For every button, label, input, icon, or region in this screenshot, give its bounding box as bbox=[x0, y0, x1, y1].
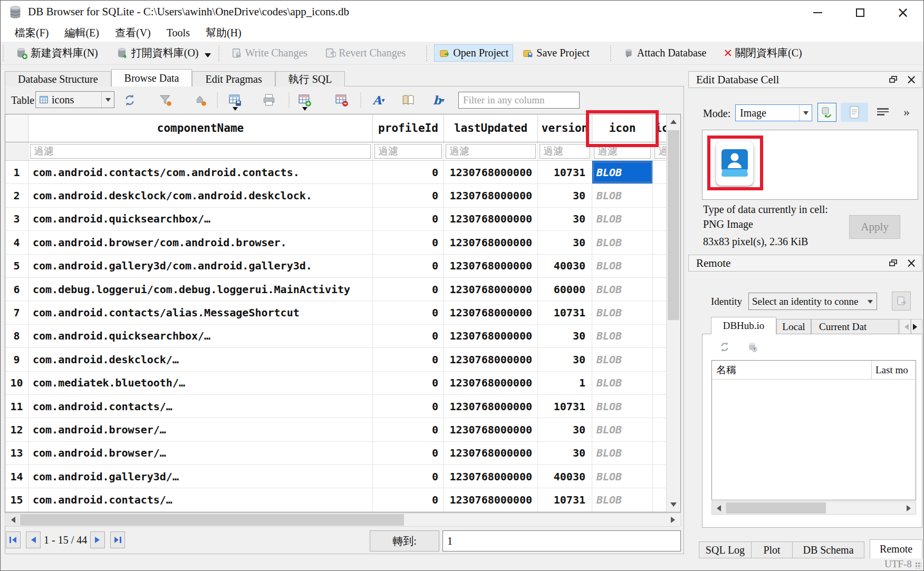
icon-blob-cell[interactable]: BLOB bbox=[592, 465, 653, 488]
profileId-cell[interactable]: 0 bbox=[373, 161, 444, 183]
row-number-cell[interactable]: 2 bbox=[5, 184, 28, 207]
table-row[interactable]: 4com.android.browser/com.android.browser… bbox=[5, 231, 680, 254]
componentName-cell[interactable]: com.android.contacts/com.android.contact… bbox=[28, 161, 373, 183]
icon-blob-cell[interactable]: BLOB bbox=[592, 231, 653, 254]
row-number-cell[interactable]: 5 bbox=[5, 255, 28, 277]
version-cell[interactable]: 1 bbox=[538, 372, 592, 394]
open-project-button[interactable]: Open Project bbox=[434, 44, 513, 62]
identity-settings-button[interactable] bbox=[892, 292, 911, 311]
dock-tab-db-schema[interactable]: DB Schema bbox=[792, 541, 864, 558]
dock-tab-remote[interactable]: Remote bbox=[870, 539, 922, 558]
column-filter-input[interactable]: 過濾 bbox=[446, 144, 536, 159]
componentName-cell[interactable]: com.android.gallery3d/… bbox=[28, 465, 373, 488]
profileId-cell[interactable]: 0 bbox=[373, 372, 444, 394]
remote-tab-current-database[interactable]: Current Dat bbox=[811, 319, 899, 334]
lastUpdated-cell[interactable]: 1230768000000 bbox=[444, 395, 538, 418]
profileId-cell[interactable]: 0 bbox=[373, 325, 444, 347]
mode-select[interactable]: Image bbox=[735, 104, 812, 121]
identity-select[interactable]: Select an identity to conne bbox=[748, 293, 877, 310]
row-number-cell[interactable]: 9 bbox=[5, 348, 28, 371]
version-cell[interactable]: 30 bbox=[538, 325, 592, 347]
float-panel-icon[interactable] bbox=[889, 76, 898, 83]
version-cell[interactable]: 30 bbox=[538, 184, 592, 207]
icon-blob-cell[interactable]: BLOB bbox=[592, 255, 653, 277]
last-record-button[interactable] bbox=[110, 531, 125, 548]
font-style-b-button[interactable]: b▾ bbox=[430, 91, 448, 109]
row-number-cell[interactable]: 11 bbox=[5, 395, 28, 418]
menu-item-file[interactable]: 檔案(F) bbox=[7, 24, 56, 42]
menu-item-tools[interactable]: Tools bbox=[159, 24, 198, 42]
table-row[interactable]: 14com.android.gallery3d/…012307680000004… bbox=[5, 465, 680, 488]
version-cell[interactable]: 10731 bbox=[538, 301, 592, 324]
new-database-button[interactable]: 新建資料庫(N) bbox=[11, 43, 103, 63]
icon-blob-cell[interactable]: BLOB bbox=[592, 208, 653, 230]
apply-button[interactable]: Apply bbox=[849, 215, 900, 239]
save-project-button[interactable]: Save Project bbox=[517, 44, 594, 62]
lastUpdated-cell[interactable]: 1230768000000 bbox=[444, 348, 538, 371]
close-button[interactable]: × bbox=[887, 1, 919, 24]
lastUpdated-cell[interactable]: 1230768000000 bbox=[444, 301, 538, 324]
column-header-profileId[interactable]: profileId bbox=[373, 114, 444, 142]
table-select[interactable]: icons bbox=[35, 91, 114, 108]
revert-changes-button[interactable]: Revert Changes bbox=[320, 44, 410, 62]
table-row[interactable]: 8com.android.quicksearchbox/…01230768000… bbox=[5, 325, 680, 348]
lastUpdated-cell[interactable]: 1230768000000 bbox=[444, 231, 538, 254]
table-row[interactable]: 10com.mediatek.bluetooth/…01230768000000… bbox=[5, 372, 680, 395]
first-record-button[interactable] bbox=[6, 531, 21, 548]
float-panel-icon[interactable] bbox=[889, 259, 898, 267]
icon-blob-cell[interactable]: BLOB bbox=[592, 488, 653, 511]
version-cell[interactable]: 10731 bbox=[538, 395, 592, 418]
lastUpdated-cell[interactable]: 1230768000000 bbox=[444, 372, 538, 394]
row-number-cell[interactable]: 10 bbox=[5, 372, 28, 394]
table-row[interactable]: 13com.android.browser/…0123076800000030B… bbox=[5, 442, 680, 465]
column-filter-input[interactable]: 過濾 bbox=[540, 144, 590, 159]
version-cell[interactable]: 30 bbox=[538, 348, 592, 371]
menu-item-view[interactable]: 查看(V) bbox=[107, 24, 159, 42]
column-header-version[interactable]: version bbox=[538, 114, 592, 142]
write-changes-button[interactable]: Write Changes bbox=[226, 44, 313, 62]
tree-column-separator[interactable] bbox=[871, 361, 872, 379]
delete-record-button[interactable] bbox=[333, 91, 351, 109]
profileId-cell[interactable]: 0 bbox=[373, 395, 444, 418]
version-cell[interactable]: 40030 bbox=[538, 465, 592, 488]
version-cell[interactable]: 30 bbox=[538, 231, 592, 254]
close-panel-icon[interactable]: × bbox=[906, 257, 917, 269]
row-number-cell[interactable]: 4 bbox=[5, 231, 28, 254]
tree-scroll-thumb[interactable] bbox=[726, 502, 826, 514]
version-cell[interactable]: 30 bbox=[538, 208, 592, 230]
word-wrap-icon[interactable] bbox=[877, 108, 890, 117]
tab-scroll-right-button[interactable] bbox=[911, 319, 922, 334]
version-cell[interactable]: 30 bbox=[538, 418, 592, 441]
componentName-cell[interactable]: com.debug.loggerui/com.debug.loggerui.Ma… bbox=[28, 278, 373, 301]
profileId-cell[interactable]: 0 bbox=[373, 442, 444, 464]
lastUpdated-cell[interactable]: 1230768000000 bbox=[444, 278, 538, 301]
remote-file-tree[interactable]: 名稱 Last mo bbox=[711, 360, 916, 500]
toolbar-overflow-button[interactable]: » bbox=[903, 105, 910, 119]
table-row[interactable]: 9com.android.deskclock/…0123076800000030… bbox=[5, 348, 680, 371]
tree-horizontal-scrollbar[interactable] bbox=[711, 501, 916, 515]
icon-blob-cell[interactable]: BLOB bbox=[592, 348, 653, 371]
tab-execute-sql[interactable]: 執行 SQL bbox=[275, 71, 345, 86]
goto-record-button[interactable]: 轉到: bbox=[370, 530, 439, 551]
scroll-up-button[interactable] bbox=[667, 114, 680, 128]
close-panel-icon[interactable]: × bbox=[906, 73, 917, 86]
tree-column-name[interactable]: 名稱 bbox=[712, 363, 736, 377]
horizontal-scroll-thumb[interactable] bbox=[20, 514, 404, 526]
remote-tab-local[interactable]: Local bbox=[776, 319, 811, 334]
minimize-button[interactable] bbox=[802, 1, 833, 24]
row-number-cell[interactable]: 7 bbox=[5, 301, 28, 324]
save-filter-button[interactable] bbox=[191, 91, 209, 109]
clear-filters-button[interactable] bbox=[157, 91, 175, 109]
tree-column-modified[interactable]: Last mo bbox=[875, 364, 908, 376]
column-header-lastUpdated[interactable]: lastUpdated bbox=[444, 114, 538, 142]
profileId-cell[interactable]: 0 bbox=[373, 418, 444, 441]
table-row[interactable]: 5com.android.gallery3d/com.android.galle… bbox=[5, 255, 680, 278]
icon-blob-cell[interactable]: BLOB bbox=[592, 325, 653, 347]
dock-tab-plot[interactable]: Plot bbox=[751, 541, 793, 558]
lastUpdated-cell[interactable]: 1230768000000 bbox=[444, 161, 538, 183]
profileId-cell[interactable]: 0 bbox=[373, 184, 444, 207]
profileId-cell[interactable]: 0 bbox=[373, 348, 444, 371]
lastUpdated-cell[interactable]: 1230768000000 bbox=[444, 488, 538, 511]
lastUpdated-cell[interactable]: 1230768000000 bbox=[444, 465, 538, 488]
icon-blob-cell[interactable]: BLOB bbox=[592, 372, 653, 394]
